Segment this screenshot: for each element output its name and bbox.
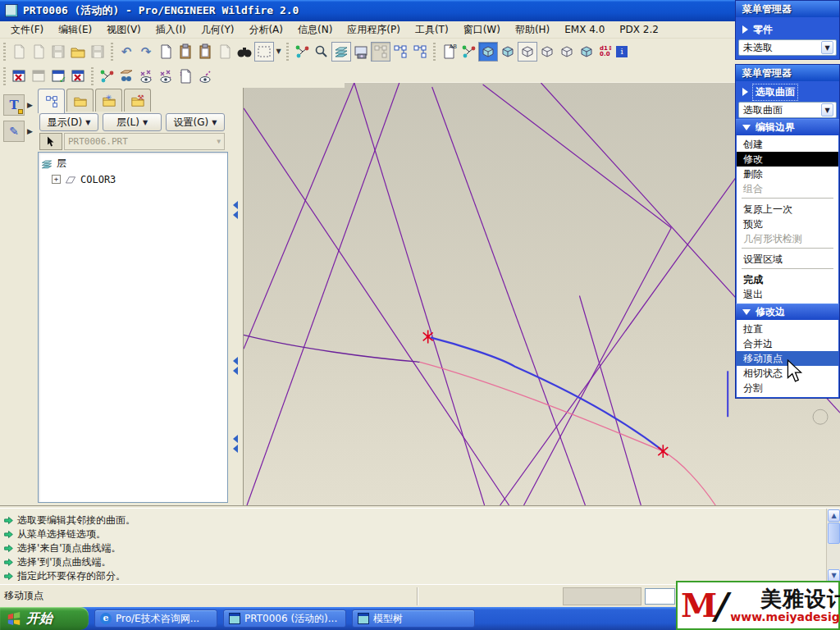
- window-close-red-2-icon[interactable]: [68, 66, 88, 86]
- datum-plane-display-icon[interactable]: [116, 66, 136, 86]
- axis-display-icon[interactable]: [195, 66, 215, 86]
- collapse-left-icon[interactable]: [233, 357, 238, 365]
- menu-item[interactable]: [742, 248, 833, 251]
- datum-point-refs-icon[interactable]: [97, 66, 116, 86]
- menu-item[interactable]: 修改: [737, 152, 838, 167]
- menubar-item[interactable]: 文件(F): [3, 21, 51, 39]
- menu-item[interactable]: 设置区域: [737, 252, 838, 267]
- select-box-dropdown-arrow-icon[interactable]: ▼: [274, 42, 283, 62]
- datum-fly-icon[interactable]: [459, 42, 478, 62]
- layer-tree[interactable]: 层 + COLOR3: [38, 152, 228, 503]
- tree-columns-icon[interactable]: [390, 42, 410, 62]
- tree-filter-icon[interactable]: [410, 42, 430, 62]
- dimension-display-icon[interactable]: d1↕0.0: [596, 42, 616, 62]
- info-icon[interactable]: i: [616, 46, 628, 57]
- menubar-item[interactable]: EMX 4.0: [557, 22, 612, 37]
- undo-icon[interactable]: ↶: [116, 42, 136, 62]
- start-button[interactable]: 开始: [0, 607, 89, 630]
- taskbar-task-button[interactable]: PRT0006 (活动的)...: [223, 609, 346, 628]
- expand-arrow-icon[interactable]: ▶: [27, 101, 33, 109]
- menu-item[interactable]: 完成: [737, 272, 838, 287]
- sketcher-icon[interactable]: [478, 42, 498, 62]
- layer-tree-item-color3[interactable]: + COLOR3: [40, 171, 226, 187]
- menu-section-modify-edge[interactable]: 修改边: [736, 304, 839, 320]
- tab-folder-browser[interactable]: [66, 89, 94, 112]
- menu-item[interactable]: [742, 268, 833, 272]
- menubar-item[interactable]: 窗口(W): [456, 21, 508, 39]
- menu-item[interactable]: 预览: [737, 217, 838, 231]
- tab-model-tree[interactable]: [38, 89, 65, 113]
- menubar-item[interactable]: 几何(Y): [194, 21, 242, 39]
- menu-item[interactable]: 合并边: [737, 336, 838, 351]
- settings-menu-button[interactable]: 设置(G)▼: [166, 113, 225, 131]
- toolbar-grip[interactable]: [2, 43, 7, 61]
- taskbar-task-button[interactable]: e Pro/E技术咨询网...: [94, 609, 217, 628]
- menubar-item[interactable]: 视图(V): [99, 21, 148, 39]
- scroll-down-icon[interactable]: ▼: [828, 569, 840, 582]
- layer-tree-root[interactable]: 层: [40, 156, 226, 171]
- menu-item[interactable]: 组合: [737, 181, 838, 196]
- point-tag-display-icon[interactable]: [176, 66, 195, 86]
- layer-menu-button[interactable]: 层(L)▼: [103, 113, 162, 131]
- tree-config-icon[interactable]: [371, 42, 390, 62]
- app-system-icon[interactable]: [5, 4, 18, 17]
- save-icon[interactable]: [88, 42, 107, 62]
- menu-section-part[interactable]: 零件: [736, 21, 839, 39]
- select-arrow-button[interactable]: [39, 133, 62, 150]
- menubar-item[interactable]: PDX 2.2: [612, 22, 666, 37]
- scroll-thumb[interactable]: [828, 523, 840, 544]
- menu-item[interactable]: 拉直: [737, 322, 838, 336]
- select-box-icon[interactable]: [254, 42, 274, 62]
- paste-icon[interactable]: [176, 42, 195, 62]
- window-close-red-icon[interactable]: [9, 66, 29, 86]
- zoom-refit-icon[interactable]: [312, 42, 331, 62]
- collapse-left-icon[interactable]: [233, 435, 238, 443]
- menu-item[interactable]: [742, 198, 833, 201]
- collapse-left-icon[interactable]: [233, 445, 238, 453]
- wireframe-view-icon[interactable]: [518, 42, 537, 62]
- toolbar-grip[interactable]: [109, 43, 115, 61]
- toolbar-grip[interactable]: [89, 67, 95, 85]
- menubar-item[interactable]: 帮助(H): [508, 21, 557, 39]
- menubar-item[interactable]: 工具(T): [408, 21, 456, 39]
- model-tree-toggle-button[interactable]: T: [3, 94, 25, 116]
- surface-selector-combobox[interactable]: 选取曲面 ▼: [738, 102, 837, 118]
- menubar-item[interactable]: 分析(A): [241, 21, 290, 39]
- menubar-item[interactable]: 信息(N): [290, 21, 340, 39]
- collapse-left-icon[interactable]: [233, 201, 238, 209]
- menubar-item[interactable]: 编辑(E): [51, 21, 99, 39]
- paste-special-icon[interactable]: [195, 42, 215, 62]
- window-checked-icon[interactable]: ✓: [48, 66, 68, 86]
- tab-favorites[interactable]: ✳: [95, 89, 122, 112]
- message-scrollbar[interactable]: ▲ ▼: [826, 509, 840, 584]
- no-hidden-view-icon[interactable]: [557, 42, 577, 62]
- model-selector-combobox[interactable]: PRT0006.PRT ▼: [64, 133, 225, 150]
- message-area[interactable]: 选取要编辑其邻接的曲面。 从菜单选择链选项。 选择'来自'顶点曲线端。 选择'到…: [0, 509, 826, 584]
- menu-item[interactable]: 创建: [737, 137, 838, 152]
- menu-item[interactable]: 几何形状检测: [737, 231, 838, 246]
- toolbar-grip[interactable]: [285, 43, 290, 61]
- layers-icon[interactable]: [331, 42, 351, 62]
- expand-arrow-icon[interactable]: ▶: [27, 127, 33, 135]
- new-file-icon[interactable]: [9, 42, 29, 62]
- scroll-up-icon[interactable]: ▲: [828, 509, 840, 522]
- menu-manager-title-bar[interactable]: 菜单管理器: [736, 65, 839, 81]
- annotation-ab-icon[interactable]: AB: [439, 42, 459, 62]
- point-display-icon[interactable]: [156, 66, 176, 86]
- save-copy-icon[interactable]: [48, 42, 68, 62]
- open-link-icon[interactable]: [29, 42, 48, 62]
- copy-icon[interactable]: [156, 42, 176, 62]
- regenerate-icon[interactable]: [215, 42, 235, 62]
- open-folder-icon[interactable]: [68, 42, 88, 62]
- show-menu-button[interactable]: 显示(D)▼: [39, 113, 98, 131]
- toolbar-grip[interactable]: [2, 67, 7, 85]
- redo-icon[interactable]: ↷: [136, 42, 156, 62]
- datum-refs-icon[interactable]: [292, 42, 312, 62]
- window-inactive-icon[interactable]: [29, 66, 48, 86]
- menu-manager-title-bar[interactable]: 菜单管理器: [736, 1, 839, 17]
- menu-item[interactable]: 删除: [737, 167, 838, 181]
- menu-item[interactable]: 退出: [737, 287, 838, 302]
- menubar-item[interactable]: 应用程序(P): [340, 21, 408, 39]
- csys-display-icon[interactable]: [136, 66, 156, 86]
- expand-plus-icon[interactable]: +: [52, 175, 61, 184]
